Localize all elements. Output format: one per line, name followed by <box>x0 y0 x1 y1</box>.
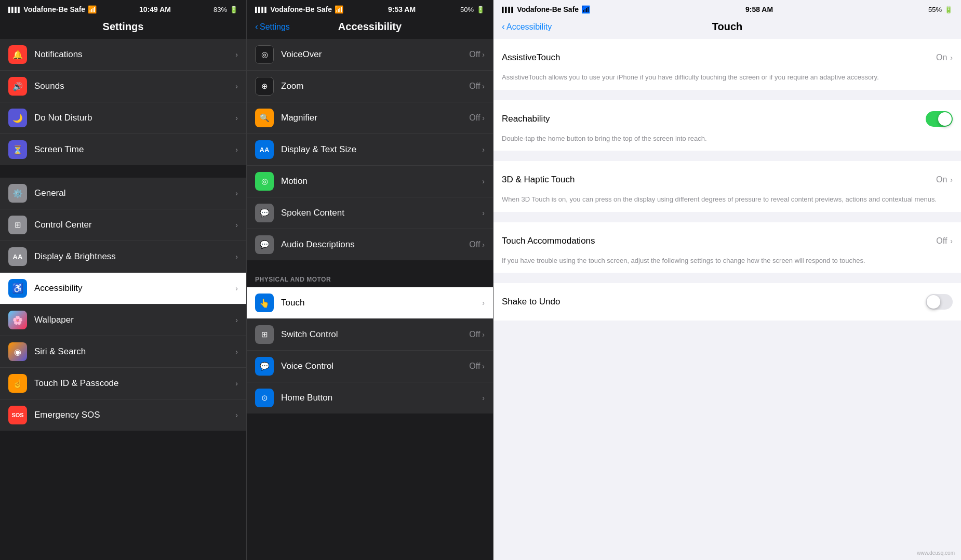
touch-detail-content: AssistiveTouch On › AssistiveTouch allow… <box>493 39 961 560</box>
touch-icon: 👆 <box>255 294 274 312</box>
wifi-icon-1: 📶 <box>88 5 97 14</box>
list-item-home-button[interactable]: ⊙ Home Button › <box>247 382 493 414</box>
list-item-motion[interactable]: ◎ Motion › <box>247 166 493 197</box>
zoom-chevron: › <box>482 82 485 90</box>
shake-to-undo-toggle[interactable] <box>926 294 953 310</box>
display-text-icon: AA <box>255 140 274 159</box>
haptic-touch-value: On <box>936 175 947 184</box>
haptic-touch-chevron: › <box>950 176 953 184</box>
touch-accommodations-chevron: › <box>950 237 953 245</box>
nav-bar-3: ‹ Accessibility Touch <box>493 17 961 39</box>
battery-icon-1: 🔋 <box>230 6 238 14</box>
notifications-icon: 🔔 <box>8 45 27 64</box>
list-item-spoken[interactable]: 💬 Spoken Content › <box>247 197 493 229</box>
accessibility-chevron: › <box>235 284 238 292</box>
haptic-touch-label: 3D & Haptic Touch <box>502 175 575 185</box>
accessibility-vision-group: ◎ VoiceOver Off › ⊕ Zoom Off <box>247 39 493 260</box>
accessibility-icon: ♿ <box>8 279 27 298</box>
general-label: General <box>34 188 235 198</box>
detail-item-assistivetouch[interactable]: AssistiveTouch On › AssistiveTouch allow… <box>493 39 961 90</box>
list-item-siri[interactable]: ◉ Siri & Search › <box>0 336 246 368</box>
list-item-general[interactable]: ⚙️ General › <box>0 178 246 209</box>
voice-control-value: Off <box>469 362 480 371</box>
signal-icon-2: ▌▌▌▌ <box>255 7 268 12</box>
wifi-icon-2: 📶 <box>335 5 343 14</box>
battery-pct-1: 83% <box>213 6 227 14</box>
list-item-magnifier[interactable]: 🔍 Magnifier Off › <box>247 102 493 134</box>
back-chevron-3: ‹ <box>502 21 505 32</box>
carrier-2: ▌▌▌▌ Vodafone-Be Safe 📶 <box>255 5 343 14</box>
battery-area-2: 50% 🔋 <box>460 6 485 14</box>
list-item-wallpaper[interactable]: 🌸 Wallpaper › <box>0 304 246 336</box>
physical-motor-header: Physical and Motor <box>247 264 493 287</box>
back-label-2: Settings <box>260 22 290 32</box>
status-bar-3: ▌▌▌▌ Vodafone-Be Safe 📶 9:58 AM 55% 🔋 <box>493 0 961 17</box>
reachability-label: Reachability <box>502 114 550 124</box>
carrier-3: ▌▌▌▌ Vodafone-Be Safe 📶 <box>502 5 590 14</box>
magnifier-label: Magnifier <box>281 113 469 123</box>
nav-bar-2: ‹ Settings Accessibility <box>247 17 493 39</box>
back-to-accessibility[interactable]: ‹ Accessibility <box>502 21 552 32</box>
list-item-screentime[interactable]: ⏳ Screen Time › <box>0 134 246 165</box>
controlcenter-icon: ⊞ <box>8 216 27 234</box>
display-label: Display & Brightness <box>34 251 235 262</box>
list-item-voiceover[interactable]: ◎ VoiceOver Off › <box>247 39 493 71</box>
back-to-settings[interactable]: ‹ Settings <box>255 21 290 32</box>
shake-to-undo-toggle-knob <box>927 295 940 309</box>
list-item-audio-desc[interactable]: 💬 Audio Descriptions Off › <box>247 229 493 260</box>
detail-item-shake-to-undo: Shake to Undo <box>493 283 961 321</box>
battery-icon-2: 🔋 <box>476 6 485 14</box>
list-item-sos[interactable]: SOS Emergency SOS › <box>0 399 246 431</box>
sounds-chevron: › <box>235 82 238 90</box>
settings-list-1: 🔔 Notifications › 🔊 Sounds › <box>0 39 246 560</box>
list-item-notifications[interactable]: 🔔 Notifications › <box>0 39 246 71</box>
signal-icon-1: ▌▌▌▌ <box>8 7 21 12</box>
zoom-icon: ⊕ <box>255 77 274 96</box>
list-item-controlcenter[interactable]: ⊞ Control Center › <box>0 209 246 241</box>
list-item-sounds[interactable]: 🔊 Sounds › <box>0 71 246 102</box>
list-item-accessibility[interactable]: ♿ Accessibility › <box>0 273 246 304</box>
list-item-touch[interactable]: 👆 Touch › <box>247 287 493 319</box>
carrier-label-1: Vodafone-Be Safe <box>23 5 85 14</box>
signal-icon-3: ▌▌▌▌ <box>502 7 514 12</box>
wallpaper-label: Wallpaper <box>34 315 235 325</box>
time-3: 9:58 AM <box>745 5 773 14</box>
list-item-dnd[interactable]: 🌙 Do Not Disturb › <box>0 102 246 134</box>
list-item-touchid[interactable]: ☝ Touch ID & Passcode › <box>0 368 246 399</box>
detail-item-touch-accommodations[interactable]: Touch Accommodations Off › If you have t… <box>493 222 961 273</box>
reachability-toggle[interactable] <box>926 111 953 127</box>
assistivetouch-chevron: › <box>950 54 953 62</box>
siri-icon: ◉ <box>8 342 27 361</box>
list-item-display-text[interactable]: AA Display & Text Size › <box>247 134 493 166</box>
display-icon: AA <box>8 247 27 266</box>
list-item-voice-control[interactable]: 💬 Voice Control Off › <box>247 351 493 382</box>
voice-control-label: Voice Control <box>281 361 469 371</box>
spoken-icon: 💬 <box>255 204 274 222</box>
watermark: www.deusq.com <box>917 550 955 556</box>
assistivetouch-value: On <box>936 53 947 62</box>
detail-item-reachability: Reachability Double-tap the home button … <box>493 100 961 151</box>
voiceover-chevron: › <box>482 50 485 59</box>
voiceover-label: VoiceOver <box>281 49 469 60</box>
accessibility-label: Accessibility <box>34 283 235 294</box>
sos-label: Emergency SOS <box>34 410 235 420</box>
touch-accommodations-label: Touch Accommodations <box>502 236 595 246</box>
display-text-label: Display & Text Size <box>281 144 482 155</box>
list-item-display[interactable]: AA Display & Brightness › <box>0 241 246 273</box>
back-label-3: Accessibility <box>506 22 552 32</box>
shake-to-undo-section: Shake to Undo <box>493 283 961 321</box>
screentime-chevron: › <box>235 145 238 154</box>
zoom-value: Off <box>469 82 480 91</box>
reachability-toggle-knob <box>938 112 952 126</box>
audio-desc-label: Audio Descriptions <box>281 239 469 250</box>
battery-pct-2: 50% <box>460 6 474 14</box>
detail-item-haptic-touch[interactable]: 3D & Haptic Touch On › When 3D Touch is … <box>493 161 961 212</box>
screentime-icon: ⏳ <box>8 140 27 159</box>
list-item-switch-control[interactable]: ⊞ Switch Control Off › <box>247 319 493 351</box>
list-item-zoom[interactable]: ⊕ Zoom Off › <box>247 71 493 102</box>
list-group-middle: ⚙️ General › ⊞ Control Center › <box>0 178 246 431</box>
magnifier-chevron: › <box>482 114 485 122</box>
zoom-label: Zoom <box>281 81 469 91</box>
voiceover-value: Off <box>469 50 480 59</box>
sounds-icon: 🔊 <box>8 77 27 96</box>
